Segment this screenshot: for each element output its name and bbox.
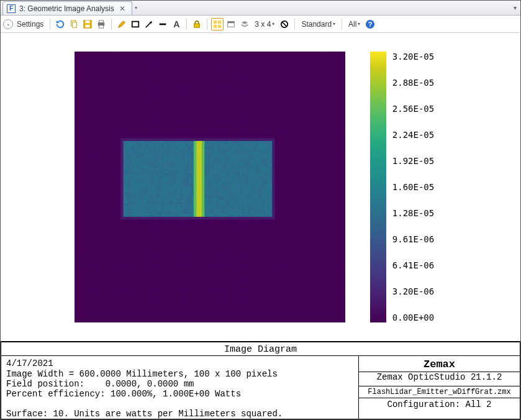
filename-label: FlashLidar_Emitter_wDiffGrat.zmx [359, 386, 520, 398]
tab-dropdown-icon[interactable]: ▾ [135, 5, 137, 11]
all-dropdown[interactable]: All ▾ [346, 20, 363, 29]
colorbar-tick: 2.24E-05 [392, 130, 434, 140]
svg-rect-12 [214, 24, 217, 27]
configuration-label: Configuration: All 2 [359, 398, 520, 411]
text-tool-icon[interactable]: A [170, 18, 183, 30]
window-icon[interactable] [225, 18, 237, 30]
colorbar-tick: 1.92E-05 [392, 156, 434, 166]
colorbar-tick: 3.20E-06 [392, 286, 434, 296]
colorbar-tick: 9.61E-06 [392, 234, 434, 244]
toolbar-separator [294, 19, 295, 30]
grid-size-button[interactable]: 3 x 4 ▾ [252, 20, 277, 29]
brand-label: Zemax [359, 356, 520, 372]
svg-rect-6 [99, 20, 104, 22]
grid-layout-icon[interactable] [211, 18, 224, 30]
rectangle-tool-icon[interactable] [129, 18, 142, 30]
settings-expand-icon[interactable]: ⌄ [3, 19, 13, 29]
colorbar-tick: 6.41E-06 [392, 260, 434, 270]
toolbar: ⌄ Settings A 3 x 4 ▾ [1, 16, 520, 33]
pencil-icon[interactable] [116, 18, 128, 30]
chevron-down-icon: ▾ [333, 21, 335, 27]
chevron-down-icon: ▾ [272, 21, 274, 27]
footer-left-text: 4/17/2021 Image Width = 600.0000 Millime… [1, 356, 358, 419]
no-entry-icon[interactable] [278, 18, 291, 30]
toolbar-separator [50, 19, 50, 30]
svg-rect-8 [132, 21, 139, 27]
stack-icon[interactable] [238, 18, 251, 30]
refresh-icon[interactable] [54, 18, 66, 30]
colorbar-tick: 2.56E-05 [392, 104, 434, 114]
diagram-title: Image Diagram [1, 342, 520, 356]
all-label: All [348, 20, 356, 29]
tab-geometric-image-analysis[interactable]: F 3: Geometric Image Analysis ✕ [2, 1, 132, 15]
line-tool-icon[interactable] [156, 18, 169, 30]
settings-button[interactable]: Settings [14, 20, 46, 29]
window-tabbar: F 3: Geometric Image Analysis ✕ ▾ ▾ [1, 1, 520, 16]
print-icon[interactable] [95, 18, 107, 30]
footer-info: Image Diagram 4/17/2021 Image Width = 60… [1, 341, 520, 419]
arrow-tool-icon[interactable] [143, 18, 155, 30]
close-icon[interactable]: ✕ [118, 4, 127, 13]
colorbar: 3.20E-052.88E-052.56E-052.24E-051.92E-05… [370, 52, 434, 322]
svg-rect-10 [214, 20, 217, 23]
chevron-down-icon: ▾ [358, 21, 360, 27]
app-icon: F [7, 4, 16, 13]
window-menu-icon[interactable]: ▾ [514, 4, 517, 11]
svg-rect-4 [86, 24, 90, 27]
colorbar-tick: 0.00E+00 [392, 313, 434, 322]
tab-title: 3: Geometric Image Analysis [19, 4, 114, 13]
help-icon[interactable]: ? [364, 18, 376, 30]
toolbar-separator [342, 19, 342, 30]
toolbar-separator [207, 19, 207, 30]
colorbar-tick: 3.20E-05 [392, 52, 434, 62]
svg-text:?: ? [368, 21, 373, 28]
svg-rect-9 [194, 24, 200, 27]
save-icon[interactable] [81, 18, 94, 30]
standard-dropdown[interactable]: Standard ▾ [299, 20, 338, 29]
svg-rect-7 [99, 25, 104, 27]
version-label: Zemax OpticStudio 21.1.2 [359, 372, 520, 386]
standard-label: Standard [301, 20, 332, 29]
toolbar-separator [111, 19, 112, 30]
svg-rect-13 [218, 24, 221, 27]
colorbar-ticks: 3.20E-052.88E-052.56E-052.24E-051.92E-05… [392, 52, 434, 322]
grid-size-label: 3 x 4 [255, 20, 271, 29]
analysis-canvas-area: 3.20E-052.88E-052.56E-052.24E-051.92E-05… [1, 33, 520, 341]
copy-icon[interactable] [68, 18, 80, 30]
svg-rect-3 [86, 20, 90, 22]
colorbar-tick: 2.88E-05 [392, 78, 434, 88]
svg-rect-11 [218, 20, 221, 23]
svg-rect-15 [228, 21, 235, 23]
svg-rect-1 [73, 22, 77, 27]
toolbar-separator [186, 19, 187, 30]
image-analysis-plot[interactable] [75, 52, 345, 322]
lock-icon[interactable] [191, 18, 203, 30]
colorbar-tick: 1.28E-05 [392, 208, 434, 218]
colorbar-tick: 1.60E-05 [392, 182, 434, 192]
